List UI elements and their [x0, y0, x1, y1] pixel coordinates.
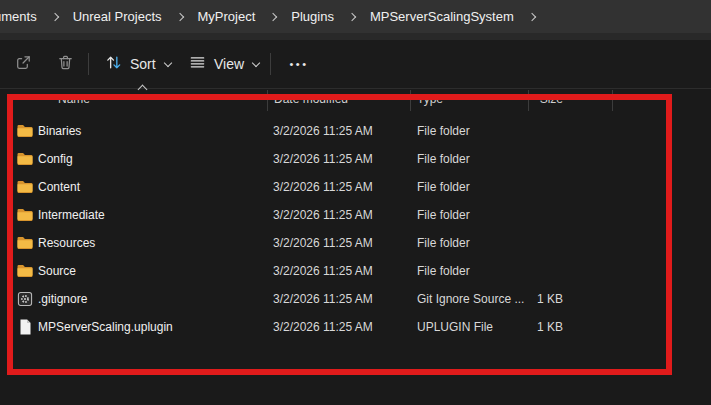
- folder-icon: [16, 234, 34, 252]
- view-list-icon: [188, 53, 207, 75]
- list-header-divider: [0, 88, 711, 89]
- file-name: MPServerScaling.uplugin: [38, 313, 173, 341]
- chevron-right-icon: [269, 12, 277, 20]
- breadcrumb-item-plugins[interactable]: Plugins: [291, 9, 334, 24]
- file-type: File folder: [417, 257, 470, 285]
- column-header-type[interactable]: Type: [417, 92, 443, 106]
- chevron-down-icon: [163, 58, 171, 66]
- file-icon: [16, 318, 34, 336]
- table-row[interactable]: Intermediate 3/2/2026 11:25 AM File fold…: [0, 201, 668, 229]
- folder-icon: [16, 150, 34, 168]
- file-type: File folder: [417, 117, 470, 145]
- folder-icon: [16, 178, 34, 196]
- table-row[interactable]: Resources 3/2/2026 11:25 AM File folder: [0, 229, 668, 257]
- table-row[interactable]: Binaries 3/2/2026 11:25 AM File folder: [0, 117, 668, 145]
- sort-button-label: Sort: [130, 56, 156, 72]
- share-icon: [14, 53, 33, 75]
- file-size: 1 KB: [470, 313, 563, 341]
- file-size: 1 KB: [470, 285, 563, 313]
- folder-icon: [16, 262, 34, 280]
- breadcrumb-item-unreal-projects[interactable]: Unreal Projects: [73, 9, 162, 24]
- file-type: File folder: [417, 173, 470, 201]
- table-row[interactable]: .gitignore 3/2/2026 11:25 AM Git Ignore …: [0, 285, 668, 313]
- view-button[interactable]: View: [184, 48, 263, 80]
- file-type: File folder: [417, 229, 470, 257]
- column-header-date-modified[interactable]: Date modified: [274, 92, 348, 106]
- trash-icon: [56, 53, 75, 75]
- chevron-right-icon: [348, 12, 356, 20]
- file-name: .gitignore: [38, 285, 87, 313]
- chevron-right-icon: [50, 12, 58, 20]
- breadcrumb-item-myproject[interactable]: MyProject: [198, 9, 256, 24]
- column-resize-handle[interactable]: [612, 90, 613, 111]
- delete-button[interactable]: [48, 48, 82, 80]
- chevron-right-icon[interactable]: [527, 12, 535, 20]
- table-row[interactable]: Config 3/2/2026 11:25 AM File folder: [0, 145, 668, 173]
- column-header-size[interactable]: Size: [470, 92, 563, 106]
- folder-icon: [16, 122, 34, 140]
- table-row[interactable]: MPServerScaling.uplugin 3/2/2026 11:25 A…: [0, 313, 668, 341]
- folder-icon: [16, 206, 34, 224]
- sort-button[interactable]: Sort: [100, 48, 175, 80]
- chevron-right-icon: [175, 12, 183, 20]
- address-bar-divider: [0, 33, 711, 40]
- table-row[interactable]: Source 3/2/2026 11:25 AM File folder: [0, 257, 668, 285]
- breadcrumb: uments Unreal Projects MyProject Plugins…: [0, 0, 711, 33]
- column-resize-handle[interactable]: [528, 90, 529, 111]
- file-date-modified: 3/2/2026 11:25 AM: [273, 117, 373, 145]
- file-date-modified: 3/2/2026 11:25 AM: [273, 229, 373, 257]
- chevron-down-icon: [252, 58, 260, 66]
- file-name: Resources: [38, 229, 95, 257]
- file-name: Source: [38, 257, 76, 285]
- file-date-modified: 3/2/2026 11:25 AM: [273, 173, 373, 201]
- command-toolbar: Sort View •••: [0, 40, 711, 88]
- gitignore-gear-file-icon: [16, 290, 34, 308]
- file-date-modified: 3/2/2026 11:25 AM: [273, 285, 373, 313]
- column-header-name[interactable]: Name: [58, 92, 90, 106]
- file-date-modified: 3/2/2026 11:25 AM: [273, 313, 373, 341]
- file-type: File folder: [417, 145, 470, 173]
- file-type: File folder: [417, 201, 470, 229]
- file-name: Binaries: [38, 117, 81, 145]
- file-date-modified: 3/2/2026 11:25 AM: [273, 257, 373, 285]
- file-name: Config: [38, 145, 73, 173]
- share-button[interactable]: [6, 48, 40, 80]
- toolbar-divider: [270, 53, 271, 75]
- file-date-modified: 3/2/2026 11:25 AM: [273, 145, 373, 173]
- column-resize-handle[interactable]: [267, 90, 268, 111]
- file-name: Intermediate: [38, 201, 105, 229]
- file-date-modified: 3/2/2026 11:25 AM: [273, 201, 373, 229]
- breadcrumb-item-mpserverscalingsystem[interactable]: MPServerScalingSystem: [370, 9, 514, 24]
- toolbar-divider: [88, 53, 89, 75]
- file-name: Content: [38, 173, 80, 201]
- more-options-button[interactable]: •••: [280, 48, 318, 80]
- breadcrumb-item-documents[interactable]: uments: [0, 9, 37, 24]
- more-options-icon: •••: [289, 58, 308, 70]
- table-row[interactable]: Content 3/2/2026 11:25 AM File folder: [0, 173, 668, 201]
- sort-arrows-icon: [104, 53, 123, 75]
- column-resize-handle[interactable]: [410, 90, 411, 111]
- view-button-label: View: [214, 56, 244, 72]
